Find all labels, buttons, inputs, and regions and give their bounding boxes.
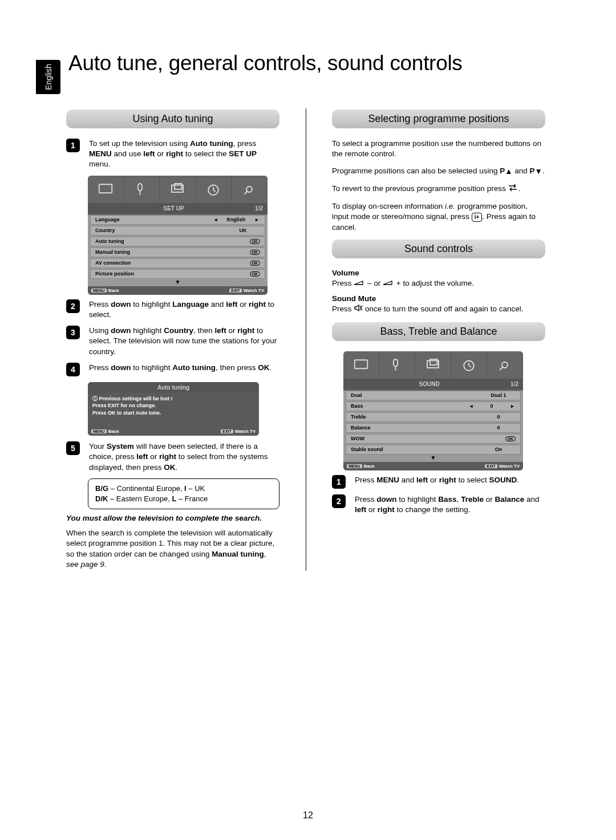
tab-picture-icon bbox=[343, 351, 379, 379]
ok-icon: OK bbox=[250, 250, 261, 255]
osd-rows: DualDual 1 Bass◂0▸ Treble0 Balance0 WOWO… bbox=[343, 391, 523, 462]
osd-row-bass: Bass◂0▸ bbox=[346, 401, 521, 411]
sub-mute: Sound Mute bbox=[332, 294, 545, 303]
step-text: Press down to highlight Bass, Treble or … bbox=[355, 494, 545, 515]
tab-timer-icon bbox=[196, 176, 232, 203]
tab-picture-icon bbox=[88, 176, 124, 203]
closing-para: When the search is complete the televisi… bbox=[66, 528, 279, 570]
step-1: 1 To set up the television using Auto tu… bbox=[66, 139, 279, 170]
tab-setup-icon bbox=[232, 176, 268, 203]
svg-rect-0 bbox=[99, 184, 112, 193]
osd-body: Previous settings will be lost ! Press E… bbox=[88, 393, 259, 427]
step-2: 2 Press down to highlight Language and l… bbox=[66, 299, 279, 320]
para: Press – or + to adjust the volume. bbox=[332, 278, 545, 289]
page-body: Using Auto tuning 1 To set up the televi… bbox=[66, 103, 545, 577]
heading-bass-treble-balance: Bass, Treble and Balance bbox=[332, 322, 545, 341]
mute-icon bbox=[354, 304, 363, 315]
swap-icon bbox=[508, 184, 518, 194]
osd-setup: SET UP1/2 Language◂English▸ CountryUK Au… bbox=[88, 176, 268, 295]
svg-rect-7 bbox=[430, 359, 437, 365]
sub-volume: Volume bbox=[332, 269, 545, 277]
svg-rect-5 bbox=[355, 360, 368, 368]
para: To revert to the previous programme posi… bbox=[332, 184, 545, 194]
step-2r: 2 Press down to highlight Bass, Treble o… bbox=[332, 494, 545, 515]
para: To select a programme position use the n… bbox=[332, 139, 545, 159]
step-text: To set up the television using Auto tuni… bbox=[89, 139, 279, 170]
heading-sound-controls: Sound controls bbox=[332, 240, 545, 258]
language-tab: English bbox=[36, 60, 60, 94]
step-number: 2 bbox=[332, 494, 346, 508]
para: Programme positions can also be selected… bbox=[332, 166, 545, 177]
osd-tabs bbox=[88, 176, 268, 203]
tab-feature-icon bbox=[160, 176, 196, 203]
tab-feature-icon bbox=[415, 351, 451, 379]
step-text: Press down to highlight Auto tuning, the… bbox=[89, 363, 279, 373]
down-arrow-icon: ▼ bbox=[535, 167, 542, 177]
step-number: 1 bbox=[66, 139, 80, 152]
osd-row-dual: DualDual 1 bbox=[346, 391, 521, 400]
step-number: 4 bbox=[66, 363, 80, 376]
osd-footer: MENUBack EXITWatch TV bbox=[88, 427, 259, 436]
ok-icon: OK bbox=[505, 436, 516, 441]
page-title: Auto tune, general controls, sound contr… bbox=[68, 51, 463, 75]
tab-setup-icon bbox=[487, 351, 523, 379]
osd-row-balance: Balance0 bbox=[346, 423, 521, 433]
ok-icon: OK bbox=[250, 239, 261, 244]
osd-row-av-connection: AV connectionOK bbox=[90, 258, 265, 268]
step-3: 3 Using down highlight Country, then lef… bbox=[66, 326, 279, 357]
step-text: Using down highlight Country, then left … bbox=[89, 326, 279, 357]
volume-icon bbox=[354, 278, 365, 289]
ok-icon: OK bbox=[250, 261, 261, 266]
osd-row-picture-position: Picture positionOK bbox=[90, 269, 265, 279]
osd-rows: Language◂English▸ CountryUK Auto tuningO… bbox=[88, 215, 268, 286]
osd-row-auto-tuning: Auto tuningOK bbox=[90, 237, 265, 246]
step-text: Press down to highlight Language and lef… bbox=[89, 299, 279, 320]
osd-row-country: CountryUK bbox=[90, 226, 265, 236]
step-4: 4 Press down to highlight Auto tuning, t… bbox=[66, 363, 279, 376]
chevron-down-icon: ▼ bbox=[343, 455, 523, 462]
osd-tabs bbox=[343, 351, 523, 379]
heading-auto-tuning: Using Auto tuning bbox=[66, 109, 279, 128]
step-text: Press MENU and left or right to select S… bbox=[355, 475, 545, 485]
left-column: Using Auto tuning 1 To set up the televi… bbox=[66, 103, 279, 577]
osd-row-stable-sound: Stable soundOn bbox=[346, 445, 521, 455]
tab-sound-icon bbox=[124, 176, 160, 203]
step-number: 5 bbox=[66, 441, 80, 455]
page-number: 12 bbox=[303, 810, 313, 821]
info-button-icon: i+ bbox=[472, 213, 483, 222]
osd-row-treble: Treble0 bbox=[346, 412, 521, 422]
column-divider bbox=[306, 108, 306, 571]
step-text: Your System will have been selected, if … bbox=[89, 441, 279, 473]
step-5: 5 Your System will have been selected, i… bbox=[66, 441, 279, 473]
osd-titlebar: SET UP1/2 bbox=[88, 203, 268, 214]
osd-sound: SOUND1/2 DualDual 1 Bass◂0▸ Treble0 Bala… bbox=[343, 351, 523, 470]
step-number: 2 bbox=[66, 299, 80, 313]
osd-titlebar: SOUND1/2 bbox=[343, 379, 523, 389]
up-arrow-icon: ▲ bbox=[505, 167, 512, 177]
ok-icon: OK bbox=[250, 271, 261, 277]
osd-auto-tuning-warning: Auto tuning Previous settings will be lo… bbox=[88, 382, 259, 436]
system-notebox: B/G – Continental Europe, I – UK D/K – E… bbox=[88, 478, 279, 509]
step-1r: 1 Press MENU and left or right to select… bbox=[332, 475, 545, 489]
osd-row-language: Language◂English▸ bbox=[90, 215, 265, 225]
warning-italic: You must allow the television to complet… bbox=[66, 514, 279, 522]
para: To display on-screen information i.e. pr… bbox=[332, 201, 545, 233]
chevron-down-icon: ▼ bbox=[88, 279, 268, 286]
tab-sound-icon bbox=[379, 351, 415, 379]
para: Press once to turn the sound off and aga… bbox=[332, 304, 545, 315]
right-column: Selecting programme positions To select … bbox=[332, 103, 545, 577]
heading-programme-positions: Selecting programme positions bbox=[332, 109, 545, 128]
warning-icon: Previous settings will be lost ! bbox=[92, 395, 254, 403]
step-number: 1 bbox=[332, 475, 346, 489]
osd-footer: MENUBack EXITWatch TV bbox=[343, 462, 523, 470]
osd-footer: MENUBack EXITWatch TV bbox=[88, 286, 268, 295]
step-number: 3 bbox=[66, 326, 80, 339]
svg-rect-2 bbox=[175, 184, 182, 189]
volume-icon bbox=[383, 278, 394, 289]
language-tab-label: English bbox=[44, 64, 53, 90]
osd-row-wow: WOWOK bbox=[346, 434, 521, 444]
osd-row-manual-tuning: Manual tuningOK bbox=[90, 247, 265, 257]
osd-titlebar: Auto tuning bbox=[88, 382, 259, 393]
tab-timer-icon bbox=[451, 351, 487, 379]
